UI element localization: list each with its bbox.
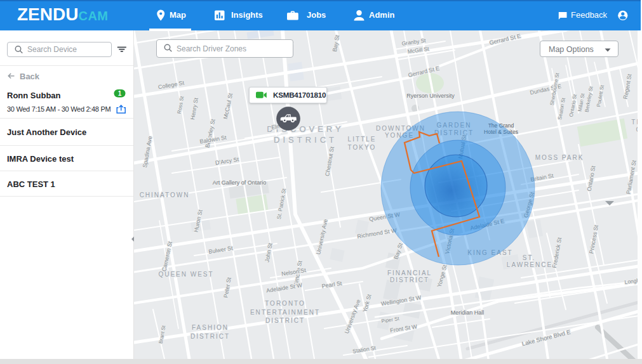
svg-text:ENTERTAINMENT: ENTERTAINMENT: [250, 309, 320, 316]
svg-text:1: 1: [118, 90, 122, 97]
svg-text:Art Gallery of Ontario: Art Gallery of Ontario: [213, 179, 267, 186]
svg-text:CHINATOWN: CHINATOWN: [140, 192, 190, 198]
svg-text:LITTLE: LITTLE: [348, 136, 377, 143]
svg-text:TORONTO: TORONTO: [265, 300, 305, 307]
svg-text:TR: TR: [631, 119, 638, 126]
svg-text:LAWRENCE: LAWRENCE: [507, 261, 552, 268]
svg-text:Meridian Hall: Meridian Hall: [451, 309, 485, 316]
svg-text:DISTRICT: DISTRICT: [265, 317, 305, 324]
svg-text:DISTRICT: DISTRICT: [390, 276, 429, 283]
svg-text:FINANCIAL: FINANCIAL: [387, 270, 432, 276]
svg-text:TOKYO: TOKYO: [348, 144, 377, 151]
svg-text:Ryerson University: Ryerson University: [406, 93, 455, 99]
svg-text:ST.: ST.: [523, 254, 535, 261]
svg-text:MOSS PARK: MOSS PARK: [535, 154, 584, 161]
svg-text:FASHION: FASHION: [192, 324, 229, 331]
svg-text:DISTRICT: DISTRICT: [274, 135, 337, 145]
svg-text:DISTRICT: DISTRICT: [191, 333, 230, 340]
